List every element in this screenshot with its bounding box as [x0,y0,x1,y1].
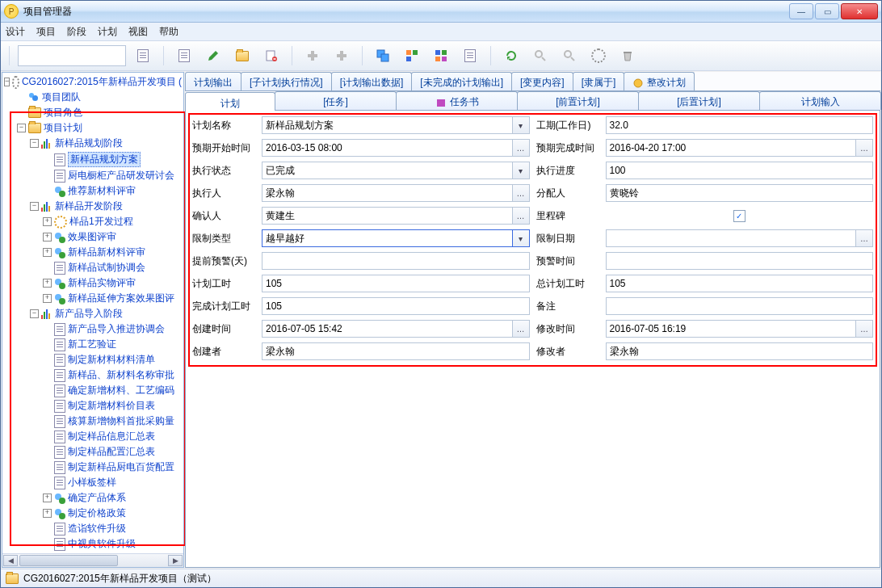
expand-toggle[interactable]: + [43,494,52,502]
tab-taskbook[interactable]: 任务书 [396,91,518,110]
tree-p1c[interactable]: 推荐新材料评审 [68,184,136,198]
expand-toggle[interactable]: − [17,124,26,132]
dropdown-button[interactable]: ▾ [513,162,530,179]
field-modifier[interactable] [606,342,874,360]
toolbar-doc-button[interactable] [458,44,482,67]
tree-p3g[interactable]: 核算新增物料首批采购量 [68,414,174,428]
menu-design[interactable]: 设计 [6,25,25,39]
checkbox-milestone[interactable]: ✓ [733,210,746,222]
menu-plan[interactable]: 计划 [98,25,117,39]
field-progress[interactable] [606,162,874,179]
tree-p3m[interactable]: 制定价格政策 [68,506,126,520]
field-remark[interactable] [606,297,874,315]
toolbar-puzzle2-button[interactable] [330,44,354,67]
expand-toggle[interactable]: + [43,233,52,242]
tree-p2e[interactable]: 新样品实物评审 [68,276,136,290]
scroll-right-arrow[interactable]: ▶ [168,555,183,566]
field-creator[interactable] [262,342,530,360]
tab-task[interactable]: [任务] [275,91,397,110]
field-alarm-time[interactable] [606,252,874,270]
field-create-time[interactable] [262,320,513,338]
field-name[interactable] [262,116,513,134]
tree-role[interactable]: 项目角色 [44,106,82,120]
field-duration[interactable] [606,116,874,134]
tree-p3c[interactable]: 制定新材料材料清单 [68,353,155,367]
field-exec-status[interactable] [262,162,513,179]
tab-rectify[interactable]: 整改计划 [624,72,695,90]
tab-belongs[interactable]: [隶属于] [573,72,625,90]
menu-project[interactable]: 项目 [36,25,56,39]
picker-button[interactable]: … [856,229,873,247]
field-modify-time[interactable] [606,320,857,338]
toolbar-tile-button[interactable] [400,44,424,67]
minimize-button[interactable]: — [789,3,813,19]
field-limit-date[interactable] [606,229,857,247]
tree-p3h[interactable]: 制定样品信息汇总表 [68,430,155,443]
field-total-hours[interactable] [606,275,874,292]
toolbar-zoomout-button[interactable] [557,44,582,67]
tree-phase2[interactable]: 新样品开发阶段 [55,200,123,213]
menu-phase[interactable]: 阶段 [67,25,86,39]
tree-team[interactable]: 项目团队 [42,90,81,104]
tab-pre-plan[interactable]: [前置计划] [517,91,639,110]
tab-sub-exec[interactable]: [子计划执行情况] [241,72,332,90]
menu-view[interactable]: 视图 [128,25,148,39]
scroll-thumb[interactable] [19,555,118,566]
expand-toggle[interactable]: − [30,202,39,211]
expand-toggle[interactable]: + [43,248,52,257]
field-assignee[interactable] [606,184,874,202]
picker-button[interactable]: … [513,139,530,157]
horizontal-scrollbar[interactable]: ◀ ▶ [2,553,183,567]
expand-toggle[interactable]: − [30,139,39,148]
tree-p2c[interactable]: 新样品新材料评审 [68,246,145,259]
expand-toggle[interactable]: − [4,78,10,86]
tree-phase1[interactable]: 新样品规划阶段 [55,136,123,150]
menu-help[interactable]: 帮助 [159,25,178,39]
picker-button[interactable]: … [513,184,530,202]
tree-p3l[interactable]: 确定产品体系 [68,491,126,505]
tree-p2a[interactable]: 样品1开发过程 [69,215,133,229]
toolbar-refresh-button[interactable] [499,44,523,67]
field-confirmer[interactable] [262,207,513,225]
tree-p3f[interactable]: 制定新增材料价目表 [68,399,155,413]
tree-p3e[interactable]: 确定新增材料、工艺编码 [68,384,174,397]
tab-unfinished[interactable]: [未完成的计划输出] [411,72,512,90]
toolbar-zoomin-button[interactable] [528,44,552,67]
tab-plan[interactable]: 计划 [185,92,275,111]
tree-p3n[interactable]: 造诣软件升级 [68,522,126,536]
tab-output-data[interactable]: [计划输出数据] [331,72,413,90]
field-pre-alarm[interactable] [262,252,530,270]
tree-p2d[interactable]: 新样品试制协调会 [68,261,145,275]
toolbar-puzzle1-button[interactable] [300,44,325,67]
field-end[interactable] [606,139,857,157]
tree-p3i[interactable]: 制定样品配置汇总表 [68,445,155,459]
tree-p3d[interactable]: 新样品、新材料名称审批 [68,368,174,382]
toolbar-edit-button[interactable] [201,44,225,67]
toolbar-cascade-button[interactable] [371,44,395,67]
tree-p3k[interactable]: 小样板签样 [68,476,116,489]
field-limit-type[interactable] [262,229,513,247]
tree-p3b[interactable]: 新工艺验证 [68,338,116,351]
picker-button[interactable]: … [856,139,873,157]
picker-button[interactable]: … [513,320,530,338]
tree-p2b[interactable]: 效果图评审 [68,230,116,244]
toolbar-grid-button[interactable] [429,44,453,67]
field-done-hours[interactable] [262,297,530,315]
toolbar-gear-button[interactable] [586,44,611,67]
tree-phase3[interactable]: 新产品导入阶段 [55,307,123,321]
tree-p1b[interactable]: 厨电橱柜产品研发研讨会 [68,169,174,183]
tab-changes[interactable]: [变更内容] [511,72,573,90]
toolbar-open-button[interactable] [230,44,254,67]
picker-button[interactable]: … [856,320,873,338]
expand-toggle[interactable]: + [43,217,52,226]
tab-output[interactable]: 计划输出 [185,72,242,90]
tree-p3j[interactable]: 制定新样品厨电百货配置 [68,460,174,474]
toolbar-trash-button[interactable] [615,44,640,67]
tab-plan-input[interactable]: 计划输入 [759,91,881,110]
tree-p2f[interactable]: 新样品延伸方案效果图评 [68,292,174,305]
field-executor[interactable] [262,184,513,202]
toolbar-search-input[interactable] [18,45,126,66]
expand-toggle[interactable]: + [43,279,52,288]
field-start[interactable] [262,139,513,157]
field-plan-hours[interactable] [262,275,530,292]
